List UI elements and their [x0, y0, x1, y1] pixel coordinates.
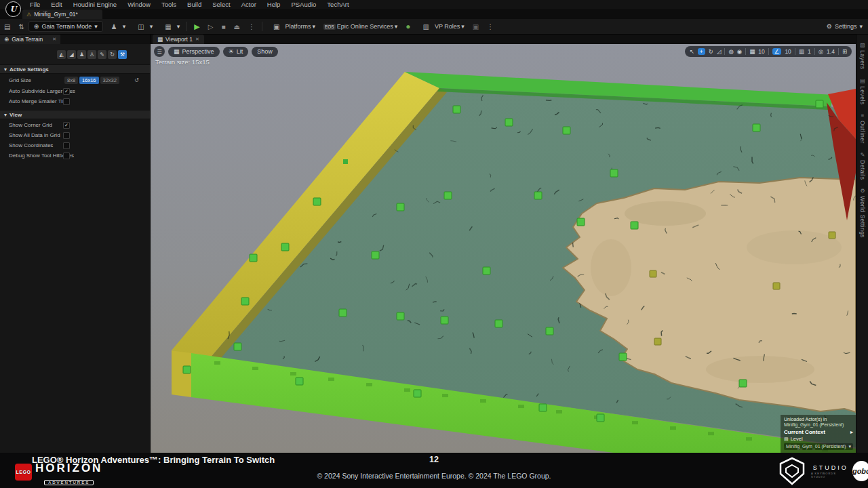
frame-skip-button[interactable]: ▷: [204, 23, 218, 30]
view-section-header[interactable]: ▾ View: [0, 110, 150, 119]
context-level-dropdown[interactable]: Minifig_Gym_01 (Persistent) ▾: [784, 443, 853, 450]
tool-paint-button[interactable]: ✎: [98, 50, 106, 59]
terrain-marker-cube[interactable]: [739, 380, 747, 387]
gaia-terrain-tab[interactable]: ⊕ Gaia Terrain ✕: [0, 34, 60, 44]
grid-size-16x16-button[interactable]: 16x16: [79, 77, 98, 84]
source-control-icon[interactable]: ⇅: [14, 23, 28, 30]
tab-world-settings[interactable]: ⚙ World Settings: [856, 188, 868, 238]
tab-layers[interactable]: ▧ Layers: [856, 42, 868, 70]
settings-dropdown[interactable]: ⚙ Settings ▾: [827, 23, 863, 30]
terrain-marker-cube[interactable]: [414, 390, 421, 397]
menu-psaudio[interactable]: PSAudio: [285, 1, 321, 8]
grid-snap-value[interactable]: 10: [758, 48, 764, 55]
save-icon[interactable]: ▤: [0, 23, 14, 30]
unloaded-actors-level[interactable]: Minifig_Gym_01 (Persistent): [784, 422, 853, 428]
show-all-data-checkbox[interactable]: [63, 132, 70, 139]
terrain-marker-cube[interactable]: [563, 127, 570, 134]
show-corner-grid-checkbox[interactable]: ✓: [63, 122, 70, 129]
select-tool-icon[interactable]: ↖: [690, 48, 694, 55]
terrain-marker-cube[interactable]: [250, 254, 257, 262]
editor-mode-dropdown[interactable]: ⊕ Gaia Terrain Mode ▾: [28, 21, 103, 32]
tab-levels[interactable]: ▤ Levels: [856, 78, 868, 105]
terrain-marker-cube[interactable]: [829, 232, 835, 239]
grid-size-8x8-button[interactable]: 8x8: [64, 77, 78, 84]
terrain-marker-cube[interactable]: [539, 404, 547, 411]
terrain-marker-cube[interactable]: [372, 251, 379, 259]
terrain-marker-cube[interactable]: [441, 317, 448, 324]
terrain-marker-cube[interactable]: [650, 270, 656, 277]
vp-roles-dropdown[interactable]: ▥ VP Roles ▾: [415, 23, 469, 30]
camera-speed-value[interactable]: 1.4: [827, 48, 835, 55]
terrain-marker-cube[interactable]: [546, 327, 553, 335]
tab-details[interactable]: ✎ Details: [856, 152, 868, 180]
viewport-tab[interactable]: ▦ Viewport 1 ✕: [153, 35, 204, 44]
terrain-marker-cube[interactable]: [773, 283, 780, 289]
rotate-tool-icon[interactable]: ↻: [709, 48, 713, 55]
menu-help[interactable]: Help: [262, 1, 286, 8]
terrain-marker-cube[interactable]: [234, 343, 241, 350]
terrain-marker-cube[interactable]: [453, 106, 460, 113]
terrain-marker-cube[interactable]: [281, 243, 289, 251]
camera-speed-icon[interactable]: ◎: [818, 48, 823, 55]
tool-inspect-button[interactable]: ♙: [87, 50, 96, 59]
maximize-viewport-icon[interactable]: ⊞: [842, 48, 847, 55]
cinematics-dropdown[interactable]: ▦ ▾: [157, 23, 184, 30]
scale-tool-icon[interactable]: ◿: [717, 48, 722, 55]
terrain-marker-cube[interactable]: [631, 222, 638, 229]
terrain-marker-cube[interactable]: [619, 353, 627, 361]
menu-edit[interactable]: Edit: [45, 1, 67, 8]
tool-edit-button[interactable]: ⚒: [118, 50, 127, 59]
viewport-options-button[interactable]: ☰: [154, 46, 165, 57]
blueprints-dropdown[interactable]: ◫ ▾: [130, 23, 157, 30]
terrain-marker-cube[interactable]: [339, 309, 347, 317]
active-settings-header[interactable]: ▾ Active Settings: [0, 64, 150, 74]
menu-build[interactable]: Build: [182, 1, 207, 8]
3d-viewport[interactable]: ☰ ▦ Perspective ☀ Lit Show Terrain size:…: [150, 44, 856, 453]
terrain-marker-cube[interactable]: [505, 119, 513, 126]
menu-tools[interactable]: Tools: [156, 1, 182, 8]
play-button[interactable]: ▶: [190, 22, 203, 31]
chevron-right-icon[interactable]: ▸: [850, 429, 853, 435]
terrain-marker-cube[interactable]: [495, 320, 502, 327]
terrain-marker-cube[interactable]: [241, 298, 249, 305]
terrain-marker-cube[interactable]: [610, 169, 618, 177]
menu-techart[interactable]: TechArt: [321, 1, 354, 8]
world-space-icon[interactable]: ◍: [728, 48, 733, 55]
terrain-marker-cube[interactable]: [313, 198, 321, 205]
debug-hitboxes-checkbox[interactable]: [63, 152, 70, 159]
rotation-snap-icon[interactable]: ∠: [772, 48, 782, 55]
terrain-marker-cube[interactable]: [397, 203, 404, 211]
capture-icon[interactable]: ▣: [469, 23, 483, 30]
scale-snap-value[interactable]: 1: [808, 48, 811, 55]
perspective-dropdown[interactable]: ▦ Perspective: [168, 47, 220, 57]
move-tool-icon[interactable]: +: [698, 48, 705, 55]
scale-snap-icon[interactable]: ▥: [799, 48, 804, 55]
terrain-marker-cube[interactable]: [816, 100, 823, 108]
terrain-marker-cube[interactable]: [296, 378, 303, 385]
tool-rotate-button[interactable]: ↻: [108, 50, 117, 59]
add-actor-dropdown[interactable]: ♟ ▾: [103, 23, 130, 30]
grid-snap-icon[interactable]: ▦: [749, 48, 755, 55]
eos-dropdown[interactable]: EOS Epic Online Services ▾: [319, 23, 401, 30]
terrain-marker-cube[interactable]: [597, 414, 604, 422]
stop-button[interactable]: ■: [217, 23, 229, 30]
terrain-marker-cube[interactable]: [654, 338, 661, 345]
toolbar-overflow-icon[interactable]: ⋮: [483, 23, 498, 30]
level-asset-tab[interactable]: ⚠ Minifig_Gym_01*: [22, 9, 102, 19]
menu-file[interactable]: File: [24, 1, 45, 8]
tool-sculpt-button[interactable]: ◭: [57, 50, 66, 59]
houdini-status-icon[interactable]: ●: [401, 22, 414, 31]
reset-icon[interactable]: ↺: [134, 77, 139, 83]
terrain-marker-cube[interactable]: [444, 192, 452, 199]
play-options-icon[interactable]: ⋮: [244, 23, 259, 30]
menu-select[interactable]: Select: [207, 1, 235, 8]
menu-houdini-engine[interactable]: Houdini Engine: [68, 1, 122, 8]
show-dropdown[interactable]: Show: [252, 47, 278, 57]
auto-subdivide-checkbox[interactable]: ✓: [63, 88, 70, 95]
rotation-snap-value[interactable]: 10: [785, 48, 791, 55]
terrain-marker-cube[interactable]: [577, 218, 585, 226]
lit-dropdown[interactable]: ☀ Lit: [223, 47, 249, 57]
terrain-marker-cube[interactable]: [183, 366, 191, 373]
surface-snap-icon[interactable]: ◉: [737, 48, 742, 55]
tool-minifig-button[interactable]: ♟: [77, 50, 86, 59]
